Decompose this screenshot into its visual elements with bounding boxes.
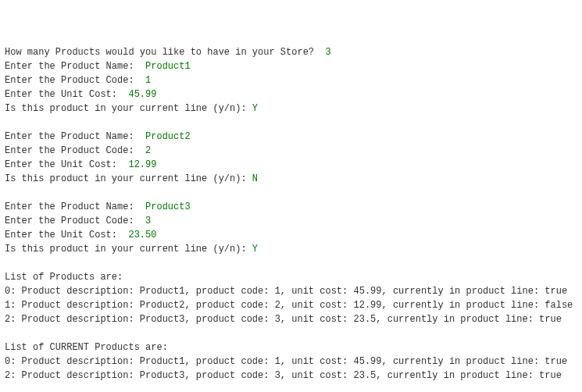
user-input: 3 (145, 216, 151, 226)
blank-line (5, 116, 577, 130)
console-line: How many Products would you like to have… (5, 45, 577, 59)
prompt-text: Enter the Unit Cost: (5, 89, 128, 100)
user-input: Product1 (145, 61, 191, 72)
prompt-text: 2: Product description: Product3, produc… (5, 370, 562, 381)
prompt-text: Enter the Product Code: (5, 145, 145, 156)
user-input: Product3 (145, 201, 191, 212)
user-input: 2 (145, 145, 151, 156)
console-line: Enter the Product Code: 2 (5, 144, 577, 158)
console-line: 2: Product description: Product3, produc… (5, 312, 577, 326)
user-input: 12.99 (128, 159, 156, 170)
console-line: Enter the Unit Cost: 12.99 (5, 158, 577, 172)
console-line: 2: Product description: Product3, produc… (5, 369, 577, 383)
prompt-text: Enter the Product Code: (5, 75, 145, 86)
user-input: Y (252, 103, 258, 114)
prompt-text: Enter the Product Name: (5, 61, 145, 72)
blank-line (5, 326, 577, 340)
prompt-text: List of Products are: (5, 272, 123, 283)
prompt-text: Enter the Unit Cost: (5, 159, 128, 170)
console-line: 0: Product description: Product1, produc… (5, 355, 577, 369)
user-input: 45.99 (128, 89, 156, 100)
prompt-text: Enter the Product Code: (5, 216, 145, 226)
user-input: 1 (145, 75, 151, 86)
prompt-text: Enter the Product Name: (5, 201, 145, 212)
user-input: Product2 (145, 131, 191, 142)
prompt-text: Enter the Unit Cost: (5, 230, 128, 241)
prompt-text: List of CURRENT Products are: (5, 342, 168, 353)
console-line: Enter the Product Name: Product2 (5, 130, 577, 144)
console-line: Is this product in your current line (y/… (5, 172, 577, 186)
user-input: N (252, 173, 258, 184)
console-line: Enter the Product Code: 1 (5, 73, 577, 87)
prompt-text: Is this product in your current line (y/… (5, 173, 252, 184)
prompt-text: Is this product in your current line (y/… (5, 103, 252, 114)
prompt-text: Is this product in your current line (y/… (5, 244, 252, 255)
console-line: 0: Product description: Product1, produc… (5, 284, 577, 298)
console-line: List of Products are: (5, 270, 577, 284)
console-line: Enter the Product Name: Product1 (5, 59, 577, 73)
prompt-text: 0: Product description: Product1, produc… (5, 356, 567, 367)
console-line: Enter the Product Name: Product3 (5, 200, 577, 214)
console-line: Is this product in your current line (y/… (5, 242, 577, 256)
console-output: How many Products would you like to have… (5, 45, 577, 392)
console-line: List of CURRENT Products are: (5, 340, 577, 355)
user-input: 3 (325, 47, 330, 58)
user-input: Y (252, 244, 258, 255)
console-line: Is this product in your current line (y/… (5, 102, 577, 116)
blank-line (5, 256, 577, 270)
prompt-text: 1: Product description: Product2, produc… (5, 300, 573, 311)
console-line: 1: Product description: Product2, produc… (5, 298, 577, 312)
console-line: Enter the Unit Cost: 23.50 (5, 228, 577, 242)
prompt-text: 2: Product description: Product3, produc… (5, 314, 562, 325)
console-line: Enter the Unit Cost: 45.99 (5, 87, 577, 102)
prompt-text: Enter the Product Name: (5, 131, 145, 142)
prompt-text: 0: Product description: Product1, produc… (5, 286, 567, 297)
user-input: 23.50 (128, 230, 156, 241)
console-line: Enter the Product Code: 3 (5, 214, 577, 228)
blank-line (5, 186, 577, 200)
blank-line (5, 383, 577, 392)
prompt-text: How many Products would you like to have… (5, 47, 325, 58)
